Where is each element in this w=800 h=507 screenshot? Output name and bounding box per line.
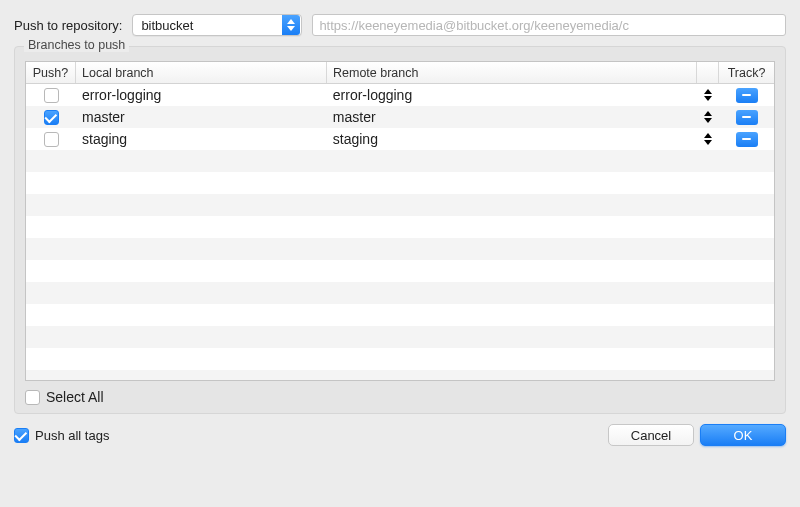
repository-select[interactable]: bitbucket: [132, 14, 302, 36]
table-row: [26, 282, 774, 304]
select-updown-icon: [282, 15, 300, 35]
track-toggle[interactable]: [736, 132, 758, 147]
table-row: [26, 150, 774, 172]
branches-table: Push? Local branch Remote branch Track? …: [25, 61, 775, 381]
remote-branch-cell[interactable]: master: [327, 106, 697, 128]
push-checkbox[interactable]: [44, 132, 59, 147]
col-header-local[interactable]: Local branch: [76, 62, 327, 83]
table-row: [26, 326, 774, 348]
track-toggle[interactable]: [736, 110, 758, 125]
col-header-track[interactable]: Track?: [719, 62, 774, 83]
table-row: [26, 304, 774, 326]
table-row: [26, 238, 774, 260]
table-row: [26, 194, 774, 216]
push-checkbox[interactable]: [44, 88, 59, 103]
table-row: [26, 216, 774, 238]
branches-group-title: Branches to push: [24, 38, 129, 52]
select-all-checkbox[interactable]: [25, 390, 40, 405]
cancel-button[interactable]: Cancel: [608, 424, 694, 446]
remote-branch-cell[interactable]: staging: [327, 128, 697, 150]
repository-url-value: https://keeneyemedia@bitbucket.org/keene…: [319, 18, 629, 33]
select-all-label: Select All: [46, 389, 104, 405]
track-toggle[interactable]: [736, 88, 758, 103]
table-row[interactable]: error-loggingerror-logging: [26, 84, 774, 106]
table-row: [26, 260, 774, 282]
local-branch-cell: staging: [76, 128, 327, 150]
table-row: [26, 370, 774, 380]
local-branch-cell: master: [76, 106, 327, 128]
repository-url-field[interactable]: https://keeneyemedia@bitbucket.org/keene…: [312, 14, 786, 36]
branches-table-header: Push? Local branch Remote branch Track?: [26, 62, 774, 84]
col-header-sort: [697, 62, 719, 83]
sort-stepper-icon[interactable]: [704, 89, 712, 101]
push-to-repo-label: Push to repository:: [14, 18, 122, 33]
repository-select-value: bitbucket: [141, 18, 282, 33]
table-row: [26, 172, 774, 194]
col-header-push[interactable]: Push?: [26, 62, 76, 83]
table-row[interactable]: mastermaster: [26, 106, 774, 128]
branches-group: Branches to push Push? Local branch Remo…: [14, 46, 786, 414]
col-header-remote[interactable]: Remote branch: [327, 62, 697, 83]
sort-stepper-icon[interactable]: [704, 111, 712, 123]
table-row[interactable]: stagingstaging: [26, 128, 774, 150]
local-branch-cell: error-logging: [76, 84, 327, 106]
push-checkbox[interactable]: [44, 110, 59, 125]
remote-branch-cell[interactable]: error-logging: [327, 84, 697, 106]
push-all-tags-label: Push all tags: [35, 428, 109, 443]
ok-button[interactable]: OK: [700, 424, 786, 446]
branches-table-body: error-loggingerror-loggingmastermasterst…: [26, 84, 774, 380]
push-all-tags-checkbox[interactable]: [14, 428, 29, 443]
table-row: [26, 348, 774, 370]
sort-stepper-icon[interactable]: [704, 133, 712, 145]
